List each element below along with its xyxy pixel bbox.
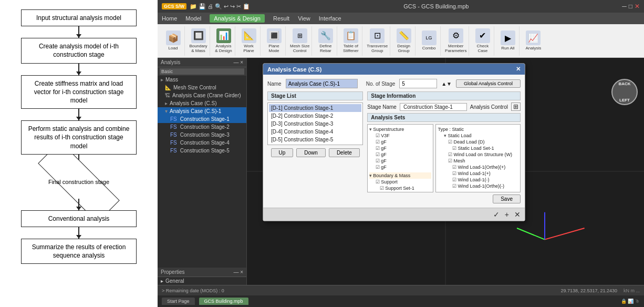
toolbar-transverse[interactable]: ⊡ TransverseGroup	[365, 26, 390, 56]
toolbar-run-all[interactable]: ▶ Run All	[496, 26, 520, 56]
stage-list-item-0[interactable]: [D-1] Construction Stage-1	[269, 104, 361, 112]
toolbar-design-group[interactable]: 📏 DesignGroup	[392, 26, 416, 56]
run-all-icon: ▶	[501, 30, 515, 45]
delete-button[interactable]: Delete	[329, 148, 360, 157]
sidebar-item-stage-4[interactable]: FS Construction Stage-4	[158, 139, 246, 147]
coords-display: 29.7138, 22.5317, 21.2430	[560, 288, 617, 293]
tree-static-set-1[interactable]: ☑ Static Load Set-1	[438, 145, 518, 151]
analysis-design-icon: 📊	[216, 28, 231, 43]
no-of-stage-input[interactable]	[399, 79, 437, 88]
wind-ortho-minus-icon: ☑	[452, 183, 456, 189]
tree-mesh[interactable]: ☑ Mesh	[438, 158, 518, 164]
menu-analysis[interactable]: Analysis & Design	[210, 14, 265, 23]
rebar-icon: 🔧	[318, 28, 333, 43]
dialog-close-icon[interactable]: ✕	[516, 66, 521, 73]
name-input[interactable]	[286, 79, 358, 88]
global-analysis-btn[interactable]: Global Analysis Control	[456, 79, 521, 88]
window-controls[interactable]: ─ □ ✕	[622, 3, 640, 10]
no-of-stage-spin[interactable]: ▲▼	[441, 81, 452, 87]
menu-result[interactable]: Result	[273, 15, 289, 22]
member-label: MemberParameters	[445, 44, 466, 54]
sidebar-item-crane-girder[interactable]: 🏗 Analysis Case (Crane Girder)	[158, 91, 246, 99]
tree-v3f[interactable]: ☑ V3F	[369, 132, 431, 139]
toolbar-analysis-run[interactable]: 📈 Analysis	[522, 26, 545, 56]
toolbar: 📦 Load 🔲 Boundary& Mass 📊 Analysis& Desi…	[158, 24, 644, 58]
tree-gf3[interactable]: ☑ gF	[369, 151, 431, 158]
tree-superstructure[interactable]: ▾ Superstructure	[369, 126, 431, 132]
properties-general[interactable]: ▸ General	[158, 277, 246, 285]
props-controls[interactable]: — ×	[233, 269, 243, 275]
tree-gf1[interactable]: ☑ gF	[369, 139, 431, 145]
sidebar-item-stage-3[interactable]: FS Construction Stage-3	[158, 131, 246, 139]
close-btn[interactable]: ✕	[635, 3, 640, 10]
confirm-cancel-btn[interactable]: ✕	[514, 210, 521, 219]
tree-static-load[interactable]: ▾ Static Load	[438, 132, 518, 139]
menu-view[interactable]: View	[298, 15, 310, 22]
sidebar-item-stage-1[interactable]: FS Construction Stage-1	[158, 115, 246, 123]
sidebar-search-input[interactable]: Basic	[160, 68, 244, 75]
stage-list-item-1[interactable]: [D-2] Construction Stage-2	[269, 112, 361, 120]
flow-step-1: Input structural analysis model	[21, 9, 137, 26]
tree-earthquake[interactable]: ☑ Earthquake (EQ)	[438, 191, 518, 192]
tree-wind-1-ortho-minus[interactable]: ☑ Wind Load-1(Orthe)(-)	[438, 183, 518, 189]
tab-gcs-building[interactable]: GCS Building.mpb	[199, 298, 248, 305]
tree-wind-load[interactable]: ☑ Wind Load on Structure (W)	[438, 151, 518, 158]
toolbar-boundary[interactable]: 🔲 Boundary& Mass	[187, 26, 210, 56]
tree-type-static: Type : Static	[438, 126, 518, 132]
toolbar-rebar[interactable]: 🔧 DefineRebar	[314, 26, 337, 56]
tree-support-set[interactable]: ☑ Support Set-1	[369, 185, 431, 191]
toolbar-mesh[interactable]: ⊞ Mesh SizeControl	[288, 26, 312, 56]
menu-home[interactable]: Home	[162, 15, 177, 22]
tree-gf4[interactable]: ☑ gF	[369, 158, 431, 164]
maximize-btn[interactable]: □	[629, 3, 632, 10]
menu-interface[interactable]: Interface	[319, 15, 341, 22]
design-group-label: DesignGroup	[397, 44, 410, 54]
tree-wind-1-ortho-plus[interactable]: ☑ Wind Load-1(Orthe)(+)	[438, 164, 518, 170]
stage-list-item-2[interactable]: [D-3] Construction Stage-3	[269, 120, 361, 128]
toolbar-analysis-design[interactable]: 📊 Analysis& Design	[212, 26, 235, 56]
toolbar-work-plane[interactable]: 📐 WorkPlane	[237, 26, 261, 56]
toolbar-plane-mode[interactable]: 🔳 PlaneMode	[263, 26, 286, 56]
tree-wind-1-plus[interactable]: ☑ Wind Load-1(+)	[438, 170, 518, 177]
toolbar-load[interactable]: 📦 Load	[162, 26, 185, 56]
sidebar-item-analysis-cs[interactable]: ▸ Analysis Case (C.S)	[158, 99, 246, 107]
menu-model[interactable]: Model	[185, 15, 201, 22]
down-button[interactable]: Down	[296, 148, 326, 157]
tree-gf2[interactable]: ☑ gF	[369, 145, 431, 151]
flow-diamond-label: Final construction stage	[48, 179, 109, 185]
save-button[interactable]: Save	[493, 195, 521, 203]
tree-wind-1-minus[interactable]: ☑ Wind Load-1(-)	[438, 177, 518, 183]
sidebar-item-stage-5[interactable]: FS Construction Stage-5	[158, 147, 246, 155]
analysis-control-label: Analysis Control	[470, 104, 508, 110]
tree-dead-load[interactable]: ☑ Dead Load (D)	[438, 139, 518, 145]
sidebar-controls[interactable]: — ×	[233, 59, 243, 65]
tree-support[interactable]: ☑ Support	[369, 179, 431, 185]
sidebar-item-mass[interactable]: ▸ Mass	[158, 76, 246, 84]
sidebar-item-mesh-control[interactable]: 📐 Mesh Size Control	[158, 84, 246, 91]
tree-boundary[interactable]: ▾ Boundary & Mass	[369, 172, 431, 179]
tree-gf5[interactable]: ☑ gF	[369, 164, 431, 170]
confirm-add-btn[interactable]: +	[505, 210, 509, 219]
gf1-check: ☑	[376, 139, 380, 145]
flow-arrow-3	[78, 109, 79, 120]
stage-list-item-4[interactable]: [D-5] Construction Stage-5	[269, 136, 361, 144]
toolbar-check[interactable]: ✔ CheckCase	[471, 26, 494, 56]
sidebar-item-stage-2[interactable]: FS Construction Stage-2	[158, 123, 246, 131]
stage-5-icon: FS	[170, 148, 177, 154]
confirm-ok-btn[interactable]: ✓	[493, 210, 500, 219]
bottom-tools: 🔒 📊 🖱	[621, 299, 640, 304]
toolbar-combo[interactable]: LG Combo	[418, 26, 441, 56]
stage-list-item-3[interactable]: [D-4] Construction Stage-4	[269, 128, 361, 136]
minimize-btn[interactable]: ─	[622, 3, 627, 10]
toolbar-member[interactable]: ⚙ MemberParameters	[443, 26, 469, 56]
boundary-icon: 🔲	[191, 28, 206, 43]
save-area: Save	[367, 195, 521, 203]
analysis-sets-title: Analysis Sets	[367, 113, 521, 122]
sidebar-item-analysis-cs-1[interactable]: ▾ Analysis Case (C.S)-1	[158, 107, 246, 115]
analysis-case-dialog: Analysis Case (C.S) ✕ Name No. of Stage …	[263, 63, 525, 221]
tab-start-page[interactable]: Start Page	[162, 298, 195, 305]
up-button[interactable]: Up	[271, 148, 294, 157]
toolbar-stiffener[interactable]: 📋 Table ofStiffener	[339, 26, 362, 56]
analysis-control-icon[interactable]: ⊞	[511, 103, 521, 111]
check-label: CheckCase	[477, 44, 489, 54]
